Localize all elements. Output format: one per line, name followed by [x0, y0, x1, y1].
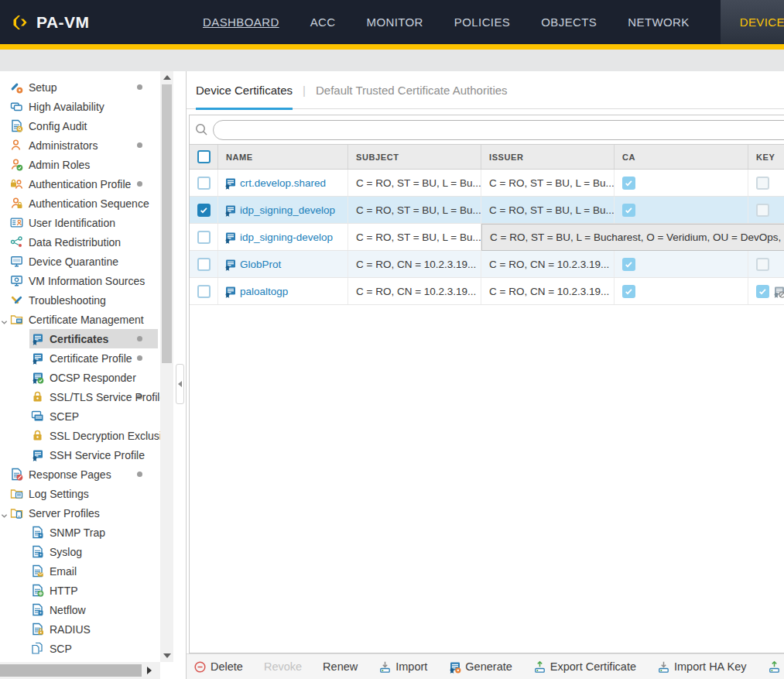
column-header-key[interactable]: KEY — [748, 145, 784, 169]
row-checkbox[interactable] — [197, 177, 211, 190]
table-row[interactable]: crt.develop.sharedC = RO, ST = BU, L = B… — [190, 170, 784, 197]
sidebar-item-label: Setup — [29, 81, 57, 94]
ca-cell — [615, 197, 748, 223]
sidebar-item-certificates[interactable]: Certificates — [0, 329, 160, 348]
nav-item-network[interactable]: NETWORK — [628, 0, 689, 44]
nav-item-policies[interactable]: POLICIES — [454, 0, 510, 44]
renew-button[interactable]: Renew — [323, 660, 358, 673]
sidebar-item-administrators[interactable]: Administrators — [0, 135, 160, 155]
sidebar-collapse-handle[interactable] — [176, 364, 184, 404]
certificate-name-link[interactable]: GlobProt — [240, 259, 281, 270]
generate-button[interactable]: Generate — [448, 660, 512, 674]
sidebar-item-log-settings[interactable]: Log Settings — [0, 484, 160, 503]
scroll-up-arrow-icon[interactable] — [163, 75, 171, 80]
ca-checkbox[interactable] — [622, 204, 635, 217]
key-checkbox[interactable] — [756, 204, 769, 217]
sidebar-item-netflow[interactable]: Netflow — [0, 600, 160, 619]
sidebar-item-config-audit[interactable]: Config Audit — [0, 116, 160, 135]
tab-default-trusted-certificate-authorities[interactable]: Default Trusted Certificate Authorities — [316, 71, 508, 108]
sidebar-item-ssl-decryption-exclusio[interactable]: SSL Decryption Exclusio — [0, 426, 160, 445]
sidebar-item-server-profiles[interactable]: Server Profiles — [0, 503, 160, 523]
sidebar-item-response-pages[interactable]: Response Pages — [0, 465, 160, 484]
nav-item-objects[interactable]: OBJECTS — [541, 0, 597, 44]
nav-item-label: DASHBOARD — [203, 15, 279, 29]
sidebar-horizontal-scrollbar[interactable] — [0, 662, 160, 679]
sidebar-item-troubleshooting[interactable]: Troubleshooting — [0, 290, 160, 310]
key-checkbox[interactable] — [756, 258, 769, 271]
name-cell: paloaltogp — [218, 278, 348, 304]
search-input[interactable] — [213, 120, 784, 140]
nav-item-monitor[interactable]: MONITOR — [367, 0, 423, 44]
certificate-name-link[interactable]: idp_signing_develop — [240, 204, 335, 216]
ca-checkbox[interactable] — [622, 177, 635, 190]
sidebar-item-authentication-profile[interactable]: Authentication Profile — [0, 174, 160, 194]
select-all-checkbox[interactable] — [197, 150, 211, 163]
vertical-scroll-thumb[interactable] — [162, 84, 172, 363]
config-audit-icon — [10, 119, 23, 132]
sidebar-item-user-identification[interactable]: User Identification — [0, 213, 160, 232]
sidebar-item-certificate-management[interactable]: Certificate Management — [0, 310, 160, 329]
sidebar-item-ocsp-responder[interactable]: OCSP Responder — [0, 368, 160, 387]
chevron-down-icon[interactable] — [1, 509, 8, 522]
table-row[interactable]: paloaltogpC = RO, CN = 10.2.3.19...C = R… — [190, 278, 784, 305]
certificate-name-link[interactable]: paloaltogp — [240, 286, 288, 297]
sidebar-item-email[interactable]: Email — [0, 561, 160, 581]
sidebar-item-device-quarantine[interactable]: Device Quarantine — [0, 252, 160, 271]
key-checkbox[interactable] — [756, 285, 769, 298]
sidebar-item-certificate-profile[interactable]: Certificate Profile — [0, 348, 160, 368]
key-checkbox[interactable] — [756, 177, 769, 190]
response-pages-icon — [10, 468, 23, 481]
sidebar-item-admin-roles[interactable]: Admin Roles — [0, 155, 160, 174]
nav-item-device[interactable]: DEVICE — [721, 0, 784, 44]
row-checkbox[interactable] — [197, 258, 211, 271]
generate-icon — [448, 660, 461, 674]
scroll-right-arrow-icon[interactable] — [147, 667, 152, 674]
sidebar-item-high-availability[interactable]: High Availability — [0, 97, 160, 116]
nav-item-acc[interactable]: ACC — [310, 0, 336, 44]
certificate-icon — [224, 258, 237, 271]
table-row[interactable]: idp_signing_developC = RO, ST = BU, L = … — [190, 197, 784, 224]
sidebar-item-ssh-service-profile[interactable]: SSH Service Profile — [0, 445, 160, 465]
sidebar-item-syslog[interactable]: Syslog — [0, 542, 160, 561]
sidebar-item-data-redistribution[interactable]: Data Redistribution — [0, 232, 160, 252]
chevron-down-icon[interactable] — [1, 316, 8, 328]
certificate-name-link[interactable]: idp_signing-develop — [240, 231, 333, 243]
nav-item-dashboard[interactable]: DASHBOARD — [203, 0, 279, 44]
import-ha-key-button[interactable]: Import HA Key — [657, 660, 746, 674]
ca-checkbox[interactable] — [622, 285, 635, 298]
delete-button[interactable]: Delete — [193, 660, 243, 674]
column-header-ca[interactable]: CA — [615, 145, 748, 169]
horizontal-scroll-thumb[interactable] — [0, 664, 142, 677]
scep-icon — [31, 410, 44, 423]
table-row[interactable]: GlobProtC = RO, CN = 10.2.3.19...C = RO,… — [190, 251, 784, 278]
sidebar-item-setup[interactable]: Setup — [0, 77, 160, 97]
sidebar-item-authentication-sequence[interactable]: Authentication Sequence — [0, 194, 160, 213]
tab-device-certificates[interactable]: Device Certificates — [196, 71, 293, 108]
sidebar-item-scep[interactable]: SCEP — [0, 406, 160, 426]
toolbar-button-label: Renew — [323, 660, 358, 673]
certificate-name-link[interactable]: crt.develop.shared — [240, 177, 326, 189]
sidebar-item-label: Data Redistribution — [29, 236, 121, 249]
row-checkbox[interactable] — [197, 204, 211, 217]
key-cell — [748, 278, 784, 304]
sidebar-item-scp[interactable]: SCP — [0, 639, 160, 658]
sidebar-item-vm-information-sources[interactable]: VM Information Sources — [0, 271, 160, 290]
column-header-issuer[interactable]: ISSUER — [481, 145, 615, 169]
export-icon — [768, 660, 781, 674]
scroll-down-arrow-icon[interactable] — [163, 653, 171, 658]
row-checkbox[interactable] — [197, 231, 211, 244]
column-header-subject[interactable]: SUBJECT — [348, 145, 481, 169]
export-certificate-button[interactable]: Export Certificate — [533, 660, 636, 674]
row-checkbox[interactable] — [197, 285, 211, 298]
sidebar-vertical-scrollbar[interactable] — [160, 71, 173, 662]
column-header-name[interactable]: NAME — [218, 145, 348, 169]
import-icon — [378, 660, 392, 674]
sidebar-item-snmp-trap[interactable]: SNMP Trap — [0, 523, 160, 542]
import-button[interactable]: Import — [378, 660, 427, 674]
sidebar-item-http[interactable]: HTTP — [0, 581, 160, 600]
export-button[interactable]: Export — [768, 660, 784, 674]
sidebar-item-ssl-tls-service-profile[interactable]: SSL/TLS Service Profile — [0, 387, 160, 406]
doc-server-icon — [31, 545, 44, 558]
sidebar-item-radius[interactable]: RADIUS — [0, 619, 160, 639]
ca-checkbox[interactable] — [622, 258, 635, 271]
